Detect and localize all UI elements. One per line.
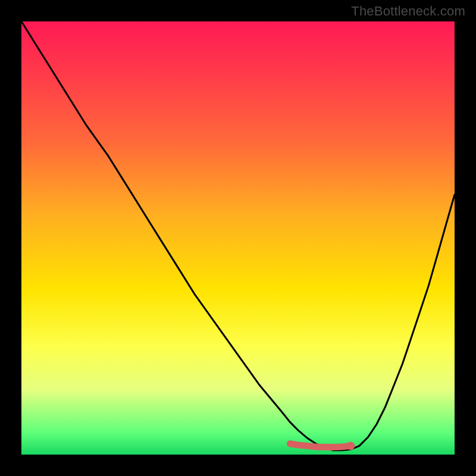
bottleneck-curve bbox=[21, 21, 455, 450]
chart-plot-area bbox=[21, 21, 455, 455]
watermark-text: TheBottleneck.com bbox=[351, 4, 465, 19]
optimal-point-marker bbox=[346, 441, 355, 450]
chart-svg bbox=[21, 21, 455, 455]
optimal-range-line bbox=[290, 444, 350, 447]
chart-frame: TheBottleneck.com bbox=[0, 0, 476, 476]
